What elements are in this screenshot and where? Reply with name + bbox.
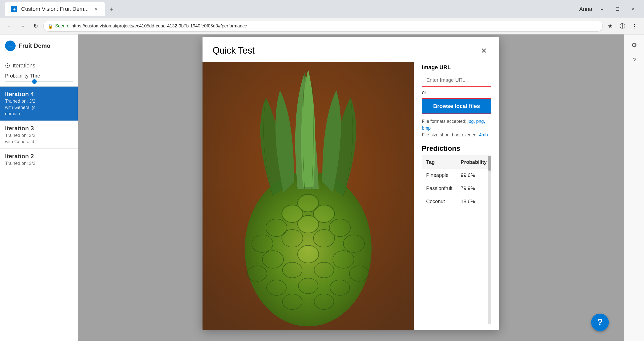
back-button[interactable]: ←	[4, 21, 15, 32]
url-text: https://customvision.ai/projects/ec4105d…	[71, 23, 598, 29]
prediction-tag: Passionfruit	[422, 182, 457, 195]
svg-point-28	[298, 246, 318, 262]
or-text: or	[422, 90, 491, 95]
iteration-item-2[interactable]: Iteration 2 Trained on: 3/2	[0, 148, 78, 170]
modal-right-panel: Image URL → or Browse local files File f…	[414, 62, 499, 330]
svg-point-24	[298, 195, 318, 211]
svg-point-25	[283, 206, 302, 222]
prediction-tag: Pineapple	[422, 169, 457, 182]
tab-favicon: ◈	[11, 6, 17, 12]
iteration-4-detail3: domain	[5, 111, 73, 117]
image-url-input-wrapper: →	[422, 74, 491, 87]
info-button[interactable]: ⓘ	[617, 21, 628, 32]
predictions-table-wrapper: Tag Probability Pineapple99.6%Passionfru…	[422, 156, 491, 324]
file-size-link: 4mb	[479, 132, 488, 137]
quick-test-modal: Quick Test ✕	[203, 37, 499, 330]
user-name: Anna	[579, 6, 592, 12]
iteration-4-detail1: Trained on: 3/2	[5, 99, 73, 104]
iteration-3-detail1: Trained on: 3/2	[5, 133, 73, 138]
right-sidebar: ⚙ ?	[624, 34, 644, 341]
menu-button[interactable]: ⋮	[629, 21, 640, 32]
predictions-label: Predictions	[422, 144, 491, 153]
probability-section: Probability Thre	[0, 71, 78, 86]
modal-title: Quick Test	[213, 45, 255, 56]
window-controls: Anna – ☐ ✕	[579, 5, 639, 14]
svg-point-26	[314, 206, 334, 222]
minimize-button[interactable]: –	[596, 5, 608, 14]
app-container: ⸻ Fruit Demo ⦿ Iterations Probability Th…	[0, 34, 644, 341]
tab-close-button[interactable]: ✕	[93, 6, 99, 12]
file-size-text: File size should not exceed:	[422, 132, 479, 137]
predictions-section: Predictions Tag Probability	[422, 144, 491, 324]
browser-titlebar: ◈ Custom Vision: Fruit Dem... ✕ + Anna –…	[0, 0, 644, 18]
table-row: Pineapple99.6%	[422, 169, 491, 182]
svg-point-27	[298, 216, 318, 232]
image-preview-area	[203, 62, 414, 330]
iteration-2-detail1: Trained on: 3/2	[5, 161, 73, 166]
prediction-probability: 99.6%	[457, 169, 491, 182]
predictions-table: Tag Probability Pineapple99.6%Passionfru…	[422, 156, 491, 208]
probability-slider-track[interactable]	[5, 81, 73, 82]
iteration-3-detail2: with General d	[5, 139, 73, 144]
secure-icon: 🔒	[48, 23, 53, 29]
main-area: Quick Test ✕	[78, 34, 624, 341]
prediction-probability: 18.6%	[457, 195, 491, 208]
help-bubble[interactable]: ?	[591, 314, 609, 331]
image-url-input[interactable]	[422, 74, 491, 86]
iterations-section: ⦿ Iterations	[0, 57, 78, 71]
probability-slider-thumb[interactable]	[32, 79, 37, 84]
sidebar: ⸻ Fruit Demo ⦿ Iterations Probability Th…	[0, 34, 78, 341]
prediction-tag: Coconut	[422, 195, 457, 208]
modal-header: Quick Test ✕	[203, 37, 499, 62]
star-button[interactable]: ★	[605, 21, 616, 32]
modal-close-button[interactable]: ✕	[478, 45, 489, 56]
refresh-button[interactable]: ↻	[30, 21, 41, 32]
tab-title: Custom Vision: Fruit Dem...	[21, 6, 89, 12]
browse-local-files-button[interactable]: Browse local files	[422, 98, 491, 114]
iterations-label[interactable]: ⦿ Iterations	[5, 62, 73, 69]
pineapple-image	[203, 62, 414, 330]
iteration-2-name: Iteration 2	[5, 153, 73, 160]
sidebar-header: ⸻ Fruit Demo	[0, 34, 78, 57]
app-logo: ⸻	[5, 41, 16, 51]
secure-label: Secure	[55, 23, 69, 29]
browser-toolbar: ← → ↻ 🔒 Secure https://customvision.ai/p…	[0, 18, 644, 34]
app-title: Fruit Demo	[19, 42, 51, 49]
browser-chrome: ◈ Custom Vision: Fruit Dem... ✕ + Anna –…	[0, 0, 644, 34]
forward-button[interactable]: →	[17, 21, 28, 32]
table-header-tag: Tag	[422, 156, 457, 169]
file-formats-text: File formats accepted:	[422, 119, 468, 124]
settings-icon[interactable]: ⚙	[628, 39, 641, 52]
close-button[interactable]: ✕	[627, 5, 639, 14]
iteration-3-name: Iteration 3	[5, 125, 73, 132]
table-row: Coconut18.6%	[422, 195, 491, 208]
maximize-button[interactable]: ☐	[612, 5, 623, 14]
table-header-probability: Probability	[457, 156, 491, 169]
modal-body: Image URL → or Browse local files File f…	[203, 62, 499, 330]
iteration-4-name: Iteration 4	[5, 91, 73, 98]
toolbar-actions: ★ ⓘ ⋮	[605, 21, 640, 32]
iteration-item-4[interactable]: Iteration 4 Trained on: 3/2 with General…	[0, 86, 78, 121]
predictions-scrollbar[interactable]	[488, 156, 491, 324]
new-tab-button[interactable]: +	[106, 4, 117, 15]
iteration-item-3[interactable]: Iteration 3 Trained on: 3/2 with General…	[0, 121, 78, 148]
file-info: File formats accepted: jpg, png, bmp Fil…	[422, 118, 491, 138]
browser-tab[interactable]: ◈ Custom Vision: Fruit Dem... ✕	[5, 2, 105, 16]
modal-overlay: Quick Test ✕	[78, 34, 624, 341]
iterations-icon: ⦿	[5, 63, 10, 69]
image-url-label: Image URL	[422, 64, 491, 71]
address-bar[interactable]: 🔒 Secure https://customvision.ai/project…	[43, 21, 603, 32]
table-row: Passionfruit79.9%	[422, 182, 491, 195]
help-icon[interactable]: ?	[628, 54, 641, 67]
scrollbar-thumb[interactable]	[488, 156, 491, 171]
iteration-4-detail2: with General (c	[5, 105, 73, 110]
probability-label: Probability Thre	[5, 73, 73, 79]
prediction-probability: 79.9%	[457, 182, 491, 195]
